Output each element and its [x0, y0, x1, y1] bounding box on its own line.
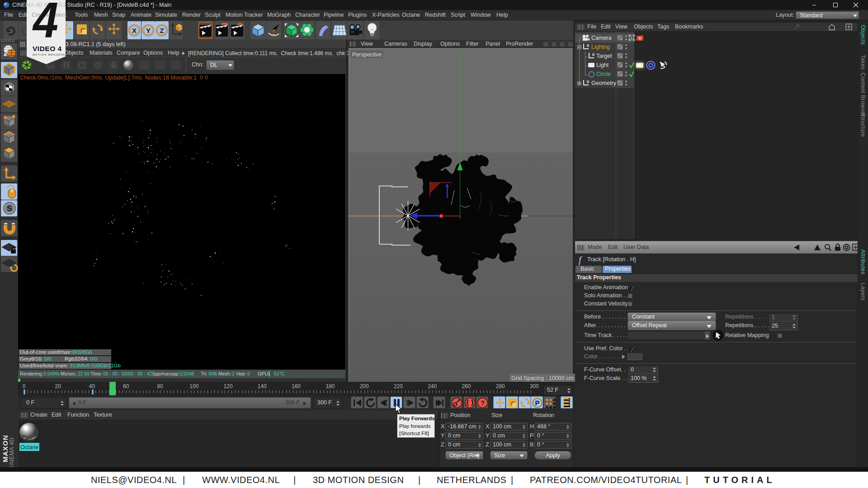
svg-text:0: 0: [587, 80, 589, 84]
svg-text:X: X: [132, 27, 137, 34]
svg-text:S: S: [7, 204, 12, 213]
svg-text:0: 0: [592, 52, 594, 57]
svg-text:P: P: [535, 399, 539, 407]
svg-text:?: ?: [481, 399, 485, 407]
svg-text:0: 0: [587, 43, 589, 48]
svg-text:Y: Y: [146, 27, 151, 34]
svg-text:Z: Z: [160, 27, 164, 34]
